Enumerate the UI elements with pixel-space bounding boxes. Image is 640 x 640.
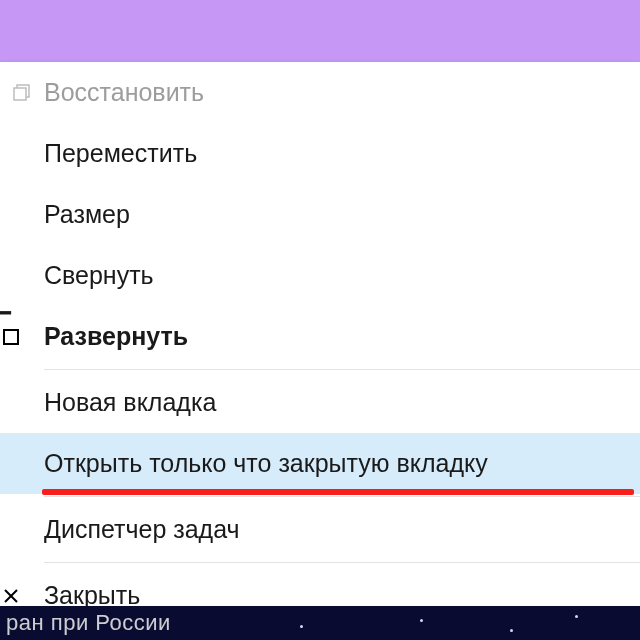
menu-label: Диспетчер задач	[44, 515, 640, 544]
menu-label: Открыть только что закрытую вкладку	[44, 449, 640, 478]
restore-icon	[0, 84, 44, 102]
annotation-underline	[42, 489, 634, 495]
menu-item-restore: Восстановить	[0, 62, 640, 123]
menu-separator	[44, 496, 640, 497]
menu-label: Новая вкладка	[44, 388, 640, 417]
menu-item-new-tab[interactable]: Новая вкладка	[0, 372, 640, 433]
menu-separator	[44, 369, 640, 370]
system-context-menu: Восстановить Переместить Размер ▁ Сверну…	[0, 62, 640, 626]
maximize-icon	[0, 329, 44, 345]
window-titlebar	[0, 0, 640, 62]
close-icon	[0, 588, 44, 604]
svg-rect-1	[14, 88, 26, 100]
menu-label: Восстановить	[44, 78, 640, 107]
menu-separator	[44, 562, 640, 563]
background-text-fragment: ран при России	[6, 610, 171, 636]
menu-item-task-manager[interactable]: Диспетчер задач	[0, 499, 640, 560]
menu-label: Свернуть	[44, 261, 640, 290]
menu-item-move[interactable]: Переместить	[0, 123, 640, 184]
menu-item-size[interactable]: Размер	[0, 184, 640, 245]
menu-item-reopen-tab[interactable]: Открыть только что закрытую вкладку	[0, 433, 640, 494]
menu-item-minimize[interactable]: ▁ Свернуть	[0, 245, 640, 306]
menu-label: Развернуть	[44, 322, 640, 351]
menu-label: Переместить	[44, 139, 640, 168]
menu-item-maximize[interactable]: Развернуть	[0, 306, 640, 367]
menu-label: Размер	[44, 200, 640, 229]
svg-rect-2	[4, 330, 18, 344]
